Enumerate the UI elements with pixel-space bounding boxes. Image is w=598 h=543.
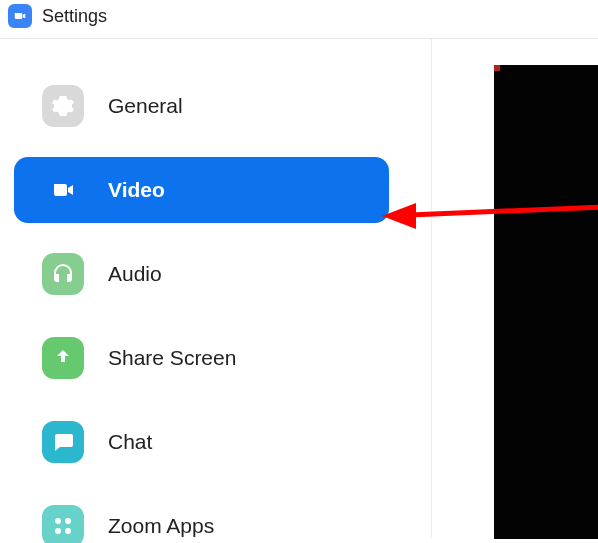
sidebar-item-audio[interactable]: Audio — [14, 241, 389, 307]
video-preview-panel — [494, 65, 598, 539]
sidebar-item-share-screen[interactable]: Share Screen — [14, 325, 389, 391]
svg-point-2 — [55, 528, 61, 534]
sidebar-item-chat[interactable]: Chat — [14, 409, 389, 475]
zoom-app-icon — [8, 4, 32, 28]
gear-icon — [42, 85, 84, 127]
svg-point-3 — [65, 528, 71, 534]
settings-sidebar: General Video Audio Share Screen — [0, 39, 432, 538]
video-camera-icon — [42, 169, 84, 211]
headphones-icon — [42, 253, 84, 295]
sidebar-item-label: General — [108, 94, 183, 118]
share-screen-icon — [42, 337, 84, 379]
settings-title: Settings — [42, 6, 107, 27]
svg-point-0 — [55, 518, 61, 524]
chat-bubble-icon — [42, 421, 84, 463]
sidebar-item-label: Audio — [108, 262, 162, 286]
window-header: Settings — [0, 0, 598, 39]
sidebar-item-zoom-apps[interactable]: Zoom Apps — [14, 493, 389, 543]
svg-point-1 — [65, 518, 71, 524]
sidebar-item-label: Zoom Apps — [108, 514, 214, 538]
sidebar-item-general[interactable]: General — [14, 73, 389, 139]
apps-icon — [42, 505, 84, 543]
sidebar-item-label: Share Screen — [108, 346, 236, 370]
sidebar-item-video[interactable]: Video — [14, 157, 389, 223]
sidebar-item-label: Video — [108, 178, 165, 202]
sidebar-item-label: Chat — [108, 430, 152, 454]
